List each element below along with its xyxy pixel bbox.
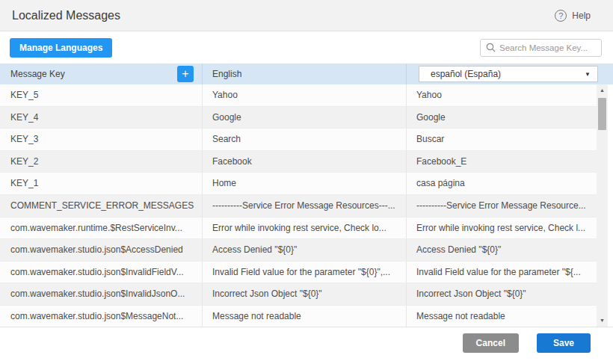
translation-value-cell[interactable]: Yahoo (406, 84, 597, 106)
message-key-cell[interactable]: com.wavemaker.studio.json$InvalidFieldV.… (0, 262, 202, 283)
help-icon: ? (555, 10, 567, 22)
english-value-cell[interactable]: Facebook (202, 151, 406, 173)
english-value-cell[interactable]: Yahoo (202, 84, 406, 106)
translation-value-cell[interactable]: ----------Service Error Message Resource… (406, 195, 597, 217)
search-input[interactable] (499, 43, 596, 52)
english-column-label: English (212, 69, 241, 79)
table-row[interactable]: com.wavemaker.studio.json$MessageNot... … (0, 306, 597, 327)
save-button[interactable]: Save (537, 333, 591, 353)
add-message-key-button[interactable]: + (177, 66, 194, 82)
table-row[interactable]: COMMENT_SERVICE_ERROR_MESSAGES ---------… (0, 195, 597, 218)
english-value-cell[interactable]: ----------Service Error Message Resource… (202, 195, 406, 217)
translation-value-cell[interactable]: Error while invoking rest service, Check… (406, 218, 597, 239)
chevron-down-icon: ▼ (585, 71, 591, 78)
cancel-button[interactable]: Cancel (463, 333, 519, 353)
toolbar: Manage Languages (0, 31, 613, 64)
message-key-cell[interactable]: com.wavemaker.runtime.$RestServiceInv... (0, 218, 202, 239)
table-row[interactable]: KEY_5 Yahoo Yahoo (0, 84, 597, 107)
table-row[interactable]: KEY_4 Google Google (0, 107, 597, 129)
table-body: KEY_5 Yahoo Yahoo KEY_4 Google Google KE… (0, 84, 597, 327)
message-key-cell[interactable]: KEY_5 (0, 84, 202, 106)
dialog-footer: Cancel Save (0, 327, 613, 364)
page-title: Localized Messages (12, 9, 120, 22)
plus-icon: + (182, 67, 188, 80)
english-value-cell[interactable]: Incorrect Json Object "${0}" (202, 283, 406, 305)
language-select-value: español (España) (431, 69, 501, 79)
manage-languages-button[interactable]: Manage Languages (10, 38, 112, 58)
translation-value-cell[interactable]: Google (406, 107, 597, 129)
translation-value-cell[interactable]: Invalid Field value for the parameter "$… (406, 262, 597, 283)
table-row[interactable]: com.wavemaker.studio.json$InvalidFieldV.… (0, 262, 597, 284)
scroll-up-arrow[interactable]: ▲ (597, 85, 608, 96)
message-key-cell[interactable]: com.wavemaker.studio.json$AccessDenied (0, 239, 202, 261)
translation-value-cell[interactable]: Facebook_E (406, 151, 597, 173)
table-row[interactable]: KEY_3 Search Buscar (0, 129, 597, 151)
english-value-cell[interactable]: Invalid Field value for the parameter "$… (202, 262, 406, 283)
translation-value-cell[interactable]: Message not readable (406, 306, 597, 327)
english-value-cell[interactable]: Error while invoking rest service, Check… (202, 218, 406, 239)
localized-messages-dialog: Localized Messages ? Help Manage Languag… (0, 0, 613, 364)
scrollbar-thumb[interactable] (598, 98, 606, 130)
scroll-down-arrow[interactable]: ▼ (597, 315, 608, 326)
table-row[interactable]: KEY_1 Home casa página (0, 173, 597, 195)
message-key-cell[interactable]: KEY_4 (0, 107, 202, 129)
english-value-cell[interactable]: Home (202, 173, 406, 194)
table-row[interactable]: KEY_2 Facebook Facebook_E (0, 151, 597, 173)
english-value-cell[interactable]: Search (202, 129, 406, 150)
english-value-cell[interactable]: Google (202, 107, 406, 129)
table-row[interactable]: com.wavemaker.studio.json$AccessDenied A… (0, 239, 597, 262)
column-header-english: English (202, 64, 406, 84)
table-row[interactable]: com.wavemaker.studio.json$InvalidJsonO..… (0, 283, 597, 306)
message-key-cell[interactable]: KEY_2 (0, 151, 202, 173)
vertical-scrollbar[interactable]: ▲ ▼ (597, 84, 608, 327)
message-key-cell[interactable]: KEY_1 (0, 173, 202, 194)
message-key-cell[interactable]: COMMENT_SERVICE_ERROR_MESSAGES (0, 195, 202, 217)
english-value-cell[interactable]: Message not readable (202, 306, 406, 327)
translation-value-cell[interactable]: Buscar (406, 129, 597, 150)
column-header-message-key: Message Key + (0, 64, 202, 84)
language-select[interactable]: español (España) ▼ (419, 66, 598, 82)
table-body-viewport: KEY_5 Yahoo Yahoo KEY_4 Google Google KE… (0, 84, 613, 327)
translation-value-cell[interactable]: Access Denied "${0}" (406, 239, 597, 261)
translation-value-cell[interactable]: casa página (406, 173, 597, 194)
search-icon (486, 43, 496, 52)
dialog-header: Localized Messages ? Help (0, 0, 613, 31)
translation-value-cell[interactable]: Incorrect Json Object "${0}" (406, 283, 597, 305)
english-value-cell[interactable]: Access Denied "${0}" (202, 239, 406, 261)
search-box[interactable] (480, 39, 602, 57)
help-link[interactable]: ? Help (555, 10, 601, 22)
message-key-cell[interactable]: KEY_3 (0, 129, 202, 150)
message-key-column-label: Message Key (10, 69, 65, 79)
message-key-cell[interactable]: com.wavemaker.studio.json$MessageNot... (0, 306, 202, 327)
column-header-language: español (España) ▼ (406, 64, 613, 84)
message-key-cell[interactable]: com.wavemaker.studio.json$InvalidJsonO..… (0, 283, 202, 305)
table-header: Message Key + English español (España) ▼ (0, 64, 613, 84)
help-label: Help (572, 10, 591, 21)
table-row[interactable]: com.wavemaker.runtime.$RestServiceInv...… (0, 218, 597, 240)
